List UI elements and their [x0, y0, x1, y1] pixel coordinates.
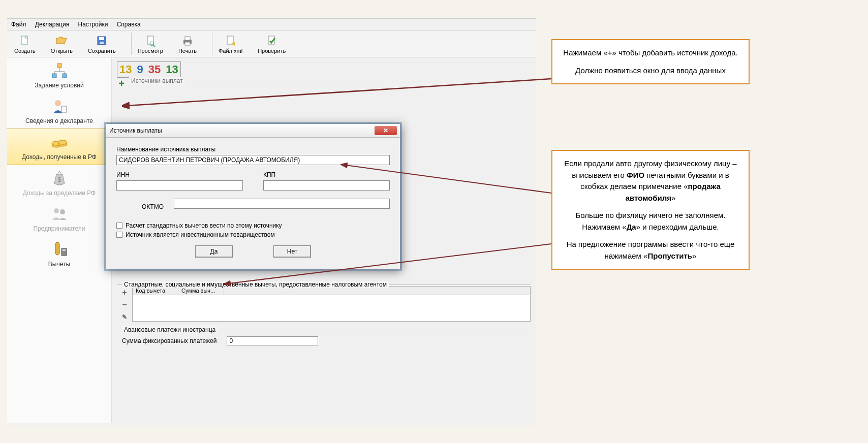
svg-rect-14 — [63, 74, 67, 78]
preview-icon — [144, 35, 157, 47]
sidebar-item-conditions[interactable]: Задание условий — [7, 57, 111, 93]
toolbar-preview-button[interactable]: Просмотр — [135, 34, 166, 55]
open-folder-icon — [55, 35, 68, 47]
svg-rect-4 — [147, 36, 153, 44]
print-icon — [181, 35, 194, 47]
svg-point-24 — [58, 140, 67, 144]
sources-header-label: Источники выплат — [129, 77, 185, 84]
rate-tab-9[interactable]: 9 — [137, 63, 143, 76]
sidebar-item-income-rf[interactable]: Доходы, полученные в РФ — [7, 129, 111, 165]
sidebar-item-income-abroad: $Доходы за пределами РФ — [7, 165, 111, 201]
tax-rate-tabs: 13 9 35 13 — [117, 61, 181, 78]
svg-point-26 — [54, 208, 59, 213]
oktmo-input[interactable] — [174, 199, 390, 209]
checkbox-icon — [116, 232, 122, 238]
inn-label: ИНН — [116, 171, 243, 178]
check-icon — [266, 35, 278, 47]
deduction-add-button[interactable]: + — [120, 288, 129, 297]
advance-fixed-input[interactable] — [227, 336, 318, 345]
svg-rect-9 — [185, 42, 190, 45]
svg-rect-20 — [61, 106, 67, 112]
svg-line-6 — [153, 45, 155, 47]
deductions-icon — [50, 240, 69, 259]
toolbar-create-button[interactable]: Создать — [11, 34, 39, 55]
coins-icon — [50, 133, 69, 151]
svg-rect-12 — [57, 64, 61, 68]
income-sources-section: + Источники выплат — [117, 81, 531, 91]
oktmo-label: ОКТМО — [142, 203, 164, 210]
deductions-agent-section: Стандартные, социальные и имущественные … — [117, 284, 531, 324]
deductions-section-title: Стандартные, социальные и имущественные … — [122, 281, 389, 288]
toolbar-save-button[interactable]: Сохранить — [85, 34, 119, 55]
dialog-close-button[interactable]: ✕ — [375, 126, 397, 135]
checkbox-icon — [116, 223, 122, 229]
deduction-edit-button[interactable]: ✎ — [120, 312, 129, 322]
toolbar-open-button[interactable]: Открыть — [48, 34, 76, 55]
dialog-title: Источник выплаты — [109, 127, 162, 134]
people-icon — [50, 205, 69, 223]
advance-fixed-label: Сумма фиксированных платежей — [122, 337, 216, 344]
deduction-remove-button[interactable]: − — [120, 300, 129, 309]
sidebar-item-declarant[interactable]: Сведения о декларанте — [7, 93, 111, 129]
rate-tab-35[interactable]: 35 — [148, 63, 161, 76]
save-disk-icon — [96, 35, 108, 47]
income-source-dialog: Источник выплаты ✕ Наименование источник… — [106, 123, 400, 269]
rate-tab-13-yellow[interactable]: 13 — [119, 63, 132, 76]
inn-input[interactable] — [116, 180, 243, 191]
dialog-no-button[interactable]: Нет — [273, 245, 311, 258]
advance-section-title: Авансовые платежи иностранца — [122, 326, 218, 333]
annotation-plus-hint: Нажимаем «+» чтобы добавить источник дох… — [551, 39, 750, 84]
svg-rect-8 — [185, 37, 190, 40]
xml-file-icon — [225, 35, 237, 47]
annotation-name-hint: Если продали авто другому физическому ли… — [551, 150, 750, 270]
rate-tab-13-green[interactable]: 13 — [166, 63, 178, 76]
svg-rect-13 — [52, 74, 56, 78]
svg-rect-2 — [99, 37, 104, 40]
toolbar: Создать Открыть Сохранить Просмотр Печат… — [7, 30, 536, 57]
kpp-label: КПП — [263, 171, 390, 178]
svg-rect-29 — [63, 249, 66, 251]
menu-help[interactable]: Справка — [117, 21, 141, 28]
advance-payments-section: Авансовые платежи иностранца Сумма фикси… — [117, 330, 531, 350]
sidebar-item-deductions[interactable]: Вычеты — [7, 236, 111, 272]
svg-point-19 — [55, 100, 61, 106]
menu-declaration[interactable]: Декларация — [35, 21, 69, 28]
add-source-button[interactable]: + — [116, 78, 127, 88]
standard-deductions-checkbox-row[interactable]: Расчет стандартных вычетов вести по этом… — [116, 222, 390, 229]
dialog-yes-button[interactable]: Да — [195, 245, 233, 258]
investment-partnership-checkbox-row[interactable]: Источник является инвестиционным товарищ… — [116, 231, 390, 238]
money-bag-icon: $ — [50, 169, 69, 187]
menu-settings[interactable]: Настройки — [78, 21, 108, 28]
source-name-input[interactable] — [116, 155, 390, 165]
toolbar-print-button[interactable]: Печать — [175, 34, 200, 55]
toolbar-check-button[interactable]: Проверить — [255, 34, 289, 55]
svg-rect-10 — [227, 36, 233, 44]
conditions-icon — [50, 61, 69, 80]
svg-point-27 — [60, 209, 65, 214]
source-name-label: Наименование источника выплаты — [116, 146, 390, 153]
svg-rect-3 — [100, 42, 104, 44]
menu-file[interactable]: Файл — [11, 21, 26, 28]
toolbar-xml-button[interactable]: Файл xml — [215, 34, 245, 55]
kpp-input[interactable] — [263, 180, 390, 191]
menubar: Файл Декларация Настройки Справка — [7, 19, 536, 30]
svg-rect-0 — [21, 36, 27, 44]
deductions-table: Код вычета Сумма выч... — [132, 286, 531, 322]
sidebar-item-entrepreneurs: Предприниматели — [7, 201, 111, 236]
svg-text:$: $ — [57, 176, 61, 183]
sidebar: Задание условий Сведения о декларанте До… — [7, 57, 112, 423]
person-icon — [50, 97, 69, 115]
new-file-icon — [19, 35, 31, 47]
